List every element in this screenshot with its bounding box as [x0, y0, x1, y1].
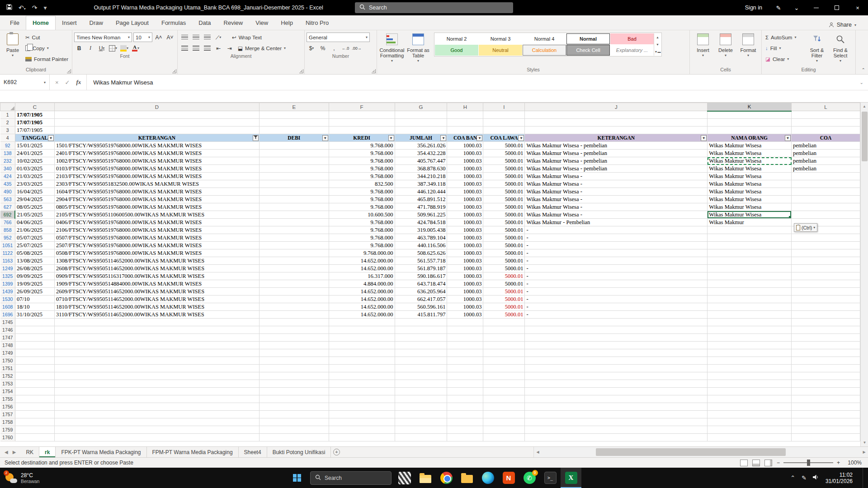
cell-E563[interactable] [259, 196, 329, 203]
row-header-1325[interactable]: 1325 [0, 272, 15, 280]
cell-J1439[interactable]: - [525, 288, 708, 296]
comma-style-icon[interactable]: , [329, 43, 339, 53]
cell-J2[interactable] [525, 119, 708, 127]
cell-G424[interactable]: 344.210.218 [395, 173, 447, 180]
cell-D1748[interactable] [54, 342, 259, 349]
alignment-dialog-launcher[interactable] [299, 69, 303, 73]
cell-F563[interactable]: 9.768.000 [329, 196, 395, 203]
format-cells-button[interactable]: Format▾ [737, 31, 760, 66]
cell-E1757[interactable] [259, 411, 329, 418]
clipboard-dialog-launcher[interactable] [67, 69, 71, 73]
cell-G1747[interactable] [395, 334, 447, 342]
cell-I435[interactable]: 5000.01 [483, 180, 525, 188]
menu-tab-draw[interactable]: Draw [83, 16, 109, 30]
cell-H766[interactable]: 1000.03 [447, 219, 483, 226]
cell-C3[interactable]: 17/07/1905 [15, 127, 54, 134]
cell-K1051[interactable] [708, 242, 792, 249]
cell-K92[interactable]: Wikas Makmur Wisesa [708, 142, 792, 150]
cell-K1747[interactable] [708, 334, 792, 342]
selection-fill-handle[interactable] [789, 216, 791, 218]
cell-G1696[interactable]: 415.811.797 [395, 311, 447, 319]
cell-J1760[interactable] [525, 434, 708, 441]
cell-H1163[interactable]: 1000.03 [447, 257, 483, 265]
cell-F2[interactable] [329, 119, 395, 127]
cell-I1746[interactable] [483, 326, 525, 334]
format-painter-button[interactable]: Format Painter [24, 54, 70, 64]
cell-F1051[interactable]: 9.768.000 [329, 242, 395, 249]
cell-D424[interactable]: 2103/FTSCY/WS950519768000.00WIKAS MAKMUR… [54, 173, 259, 180]
row-header-1439[interactable]: 1439 [0, 288, 15, 296]
cell-K1249[interactable] [708, 265, 792, 272]
style-bad[interactable]: Bad [610, 33, 654, 44]
cell-D858[interactable]: 2106/FTSCY/WS950519768000.00WIKAS MAKMUR… [54, 226, 259, 234]
cell-E1752[interactable] [259, 372, 329, 380]
style-check-cell[interactable]: Check Cell [566, 45, 610, 56]
cell-E232[interactable] [259, 157, 329, 165]
cell-H2[interactable] [447, 119, 483, 127]
cell-F1399[interactable]: 4.884.000.00 [329, 280, 395, 288]
cell-H92[interactable]: 1000.03 [447, 142, 483, 150]
menu-tab-review[interactable]: Review [217, 16, 250, 30]
cell-E490[interactable] [259, 188, 329, 196]
cell-E1745[interactable] [259, 319, 329, 326]
cell-L1[interactable] [792, 111, 860, 119]
filter-dropdown-icon[interactable]: ▾ [322, 135, 328, 141]
row-header-1759[interactable]: 1759 [0, 426, 15, 434]
cell-D1759[interactable] [54, 426, 259, 434]
row-header-858[interactable]: 858 [0, 226, 15, 234]
cell-L1749[interactable] [792, 349, 860, 357]
cell-F1750[interactable] [329, 357, 395, 365]
cell-G1399[interactable]: 643.718.474 [395, 280, 447, 288]
style-normal-3[interactable]: Normal 3 [479, 33, 522, 44]
cell-G1746[interactable] [395, 326, 447, 334]
cell-C340[interactable]: 01/03/2025 [15, 165, 54, 173]
cell-C1608[interactable]: 18/10 [15, 303, 54, 311]
cell-D1757[interactable] [54, 411, 259, 418]
horizontal-scrollbar[interactable]: ◀ ▶ [533, 447, 868, 457]
cell-G138[interactable]: 354.432.228 [395, 150, 447, 157]
cell-G1[interactable] [395, 111, 447, 119]
cell-G2[interactable] [395, 119, 447, 127]
cell-E435[interactable] [259, 180, 329, 188]
cell-L1530[interactable] [792, 296, 860, 303]
number-format-combo[interactable]: General▾ [307, 33, 370, 42]
chrome-icon[interactable] [436, 468, 457, 488]
cell-L1757[interactable] [792, 411, 860, 418]
filter-dropdown-icon[interactable]: ▾ [518, 135, 524, 141]
cell-I1759[interactable] [483, 426, 525, 434]
speaker-icon[interactable] [813, 474, 819, 481]
cell-F1754[interactable] [329, 388, 395, 395]
cell-E1122[interactable] [259, 249, 329, 257]
cell-J92[interactable]: Wikas Makmur Wisesa - pembelian [525, 142, 708, 150]
cell-G1756[interactable] [395, 403, 447, 411]
align-center-icon[interactable] [191, 43, 201, 53]
cell-K563[interactable]: Wikas Makmur Wisesa [708, 196, 792, 203]
cell-I340[interactable]: 5000.01 [483, 165, 525, 173]
decrease-indent-icon[interactable]: ⇤ [213, 43, 223, 53]
number-dialog-launcher[interactable] [372, 69, 376, 73]
show-desktop-button[interactable] [863, 468, 865, 488]
cell-K1399[interactable] [708, 280, 792, 288]
cell-G858[interactable]: 319.005.438 [395, 226, 447, 234]
cell-D1051[interactable]: 2507/FTSCY/WS950519768000.00WIKAS MAKMUR… [54, 242, 259, 249]
filter-header-L[interactable]: COA [792, 134, 860, 142]
merge-center-button[interactable]: ⬓Merge & Center▾ [236, 43, 288, 53]
underline-button[interactable]: U▾ [97, 43, 107, 53]
cell-J563[interactable]: Wikas Makmur Wisesa - [525, 196, 708, 203]
filter-header-D[interactable]: KETERANGAN [54, 134, 259, 142]
cell-F766[interactable]: 9.768.000 [329, 219, 395, 226]
cell-D1[interactable] [54, 111, 259, 119]
cell-C424[interactable]: 21/03/2025 [15, 173, 54, 180]
cell-D627[interactable]: 0805/FTSCY/WS950519768000.00WIKAS MAKMUR… [54, 203, 259, 211]
row-header-424[interactable]: 424 [0, 173, 15, 180]
cell-K1752[interactable] [708, 372, 792, 380]
cell-L1439[interactable] [792, 288, 860, 296]
cell-C435[interactable]: 23/03/2025 [15, 180, 54, 188]
cell-I1051[interactable]: 5000.01 [483, 242, 525, 249]
cell-I1756[interactable] [483, 403, 525, 411]
cell-H1759[interactable] [447, 426, 483, 434]
cell-D1752[interactable] [54, 372, 259, 380]
close-button[interactable]: × [847, 0, 868, 15]
cell-K1755[interactable] [708, 395, 792, 403]
cell-E1754[interactable] [259, 388, 329, 395]
